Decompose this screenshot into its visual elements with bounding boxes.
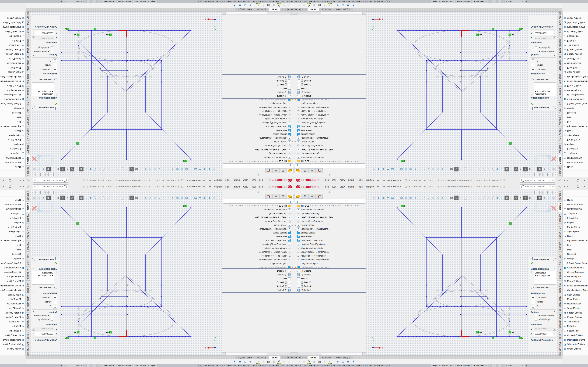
- tree-splitter-2[interactable]: [294, 74, 366, 75]
- tool-stretch-entities[interactable]: ⇉Stretch Entities: [0, 310, 25, 315]
- toolbar-icon[interactable]: ◖: [166, 196, 170, 200]
- tab-evaluate[interactable]: Evaluate: [558, 240, 562, 252]
- search-dropdown-icon[interactable]: ▾: [553, 179, 555, 181]
- toolbar-icon[interactable]: ⊙: [510, 196, 513, 200]
- toolbar-icon[interactable]: ⊟: [139, 196, 143, 200]
- tool-point[interactable]: ▪Point: [0, 248, 25, 252]
- spinner[interactable]: ▲▼: [32, 327, 35, 331]
- expand-icon[interactable]: ▸: [294, 224, 297, 226]
- display-icon[interactable]: ⇅: [322, 360, 327, 364]
- tool-3-point-center-recta[interactable]: ▭3 Point Center Recta…: [0, 101, 25, 106]
- tool-corner-rectangle[interactable]: ▭Corner Rectangle: [0, 270, 25, 275]
- toolbar-icon[interactable]: ↻: [454, 167, 458, 171]
- toolbar-icon[interactable]: ◑: [42, 196, 46, 200]
- tool-style-spline[interactable]: ∿Style Spline: [563, 229, 588, 234]
- additional-parameters-section[interactable]: Additional Parameters⌄: [529, 25, 557, 29]
- option-infinite-length[interactable]: Infinite length: [31, 317, 59, 321]
- spinner[interactable]: ▲▼: [32, 36, 35, 40]
- tree-item-sensors[interactable]: ◎○Sensors○◦○Sensors○: [294, 219, 366, 223]
- tool-circular-sketch-pattern[interactable]: ✳Circular Sketch Pattern: [563, 75, 588, 79]
- toolbar-icon[interactable]: ◎: [514, 167, 518, 171]
- toolbar-icon[interactable]: ✱: [46, 196, 51, 200]
- toolbar-icon[interactable]: ◌: [459, 196, 463, 200]
- tool-trim-entities[interactable]: ✂Trim Entities: [563, 43, 588, 48]
- expand-icon[interactable]: ▸: [291, 153, 294, 154]
- toolbar-icon[interactable]: ●: [413, 167, 417, 171]
- tree-item-right-plane[interactable]: ▱○Right Plane○◦○Right Plane○: [294, 258, 366, 262]
- menu-tools[interactable]: Tools: [356, 179, 364, 182]
- toolbar-icon[interactable]: ▨: [175, 196, 179, 200]
- toolbar-icon[interactable]: ◎: [37, 167, 41, 171]
- pin-icon[interactable]: ⚑: [377, 185, 379, 188]
- tab-evaluate[interactable]: Evaluate: [26, 240, 30, 252]
- status-corner-icon[interactable]: ⊛: [61, 0, 62, 3]
- display-icon[interactable]: ▣: [346, 360, 350, 364]
- floating-feature-toolbar[interactable]: ▤◧◨⬒⬓◫▧▥▨●◖◗↧⊞✎◙⊟▨↻◌◯⌖≡◊╱∠╱✚⌐◉⊙◎◐↑⊞◔✱◑◎◫: [372, 167, 556, 171]
- tab-surfaces[interactable]: Surfaces: [558, 143, 562, 155]
- tab-nav-icon[interactable]: ▶|: [304, 356, 307, 359]
- tree-item-origin[interactable]: ∟○Origin○◦○Origin○: [222, 262, 294, 266]
- expand-icon[interactable]: ▸: [294, 213, 297, 215]
- relations-listbox[interactable]: Collinear108Equal length109: [32, 271, 54, 284]
- tool-fit-spline[interactable]: ≈Fit Spline: [563, 324, 588, 329]
- tool-partial-ellipse[interactable]: ◖Partial Ellipse: [563, 225, 588, 229]
- tool-perimeter-circle[interactable]: ◯Perimeter Circle: [563, 160, 588, 165]
- tool-3-point-arc[interactable]: ◜3 Point Arc: [0, 147, 25, 151]
- expand-icon[interactable]: ▸: [294, 99, 297, 101]
- menu-window[interactable]: Window: [212, 185, 224, 189]
- configurationmanager-tab[interactable]: ⊕: [272, 194, 279, 199]
- toolbar-icon[interactable]: ◉: [504, 167, 509, 171]
- tree-item-material-not-specified[interactable]: ≡Material <not specified>: [222, 117, 294, 121]
- relation-entry[interactable]: Collinear108: [535, 93, 555, 96]
- pm-help-icon[interactable]: ?: [32, 106, 35, 109]
- tool-polygon[interactable]: ◇Polygon: [563, 256, 588, 261]
- tool-fit-spline[interactable]: ≈Fit Spline: [563, 38, 588, 43]
- quick-access-toolbar[interactable]: ⊙Ж⊙Ш⊙⊙⊙+⊙ƆC⊙Ж⊙+⊙25⊙◦⊙Ж⊙+⊙ ◯⊙Ж⊙Ш⊙⊙⊙+⊙ƆC⊙Ж…: [83, 179, 183, 181]
- status-corner-icon[interactable]: ⊛: [526, 0, 527, 3]
- tab-mesh-modeling[interactable]: Mesh Modeling: [26, 295, 30, 312]
- tree-item-design-binder[interactable]: ▸▤Design Binder: [222, 140, 294, 144]
- existing-relations-section[interactable]: Existing Relations⌃: [529, 267, 557, 271]
- menu-view[interactable]: View: [242, 185, 250, 189]
- tool-parallelogram[interactable]: ▱Parallelogram: [0, 88, 25, 93]
- option-for-construction[interactable]: For construction: [31, 314, 59, 317]
- tool-style-spline[interactable]: ∿Style Spline: [563, 133, 588, 138]
- toolbar-icon[interactable]: ◫: [395, 196, 399, 200]
- child-window-button[interactable]: ×: [31, 191, 34, 194]
- toolbar-icon[interactable]: ▨: [409, 196, 413, 200]
- tree-item-surface-bodies[interactable]: ≈Surface Bodies: [294, 132, 366, 136]
- toolbar-icon[interactable]: ◎: [547, 196, 551, 200]
- toolbar-icon[interactable]: ▨: [175, 167, 179, 171]
- panel-expand-arrow[interactable]: ›: [225, 170, 225, 173]
- tab-model[interactable]: Model: [308, 8, 319, 11]
- tool-sketch-fillet[interactable]: ◟Sketch Fillet: [0, 329, 25, 333]
- tool-silhouette-entities[interactable]: ◪Silhouette Entities: [0, 342, 25, 347]
- status-custom-dropdown[interactable]: Custom▴: [505, 364, 525, 367]
- horizontal-icon[interactable]: —: [53, 295, 57, 299]
- tool-mirror-entities[interactable]: ⊞Mirror Entities: [0, 83, 25, 88]
- additional-parameters-section[interactable]: Additional Parameters⌄: [31, 25, 59, 29]
- tool-fit-spline[interactable]: ≈Fit Spline: [0, 38, 25, 43]
- scroll-thumb[interactable]: [298, 12, 321, 14]
- toolbar-icon[interactable]: ⬒: [386, 167, 390, 171]
- displaymanager-tab[interactable]: [265, 194, 272, 199]
- search-input[interactable]: Search CAD Models ▾: [33, 178, 68, 183]
- tab-sheet-metal[interactable]: Sheet Metal: [558, 252, 562, 267]
- tree-item-solid-bodies[interactable]: ●Solid Bodies: [222, 128, 294, 132]
- tree-item-solid-bodies[interactable]: ●Solid Bodies: [294, 235, 366, 239]
- tree-item-design-binder[interactable]: ▸▤Design Binder: [294, 223, 366, 227]
- toolbar-icon[interactable]: ✱: [537, 196, 542, 200]
- horizontal-icon[interactable]: —: [53, 68, 57, 72]
- toolbar-icon[interactable]: ◙: [441, 167, 444, 171]
- tool-partial-ellipse[interactable]: ◖Partial Ellipse: [563, 138, 588, 142]
- tool-move-entities[interactable]: ✛Move Entities: [0, 297, 25, 302]
- tree-hscrollbar[interactable]: ◀ ▶: [222, 12, 294, 15]
- restore-button[interactable]: [8, 179, 12, 183]
- display-icon[interactable]: ⧉: [296, 360, 301, 364]
- toolbar-icon[interactable]: ◧: [377, 196, 381, 200]
- toolbar-icon[interactable]: ⬓: [390, 167, 394, 171]
- tree-item-sketch6[interactable]: (-) Sketch6: [222, 75, 294, 79]
- search-icon[interactable]: [548, 178, 553, 182]
- tree-filter-input[interactable]: [223, 163, 293, 168]
- toolbar-icon[interactable]: ▨: [450, 167, 454, 171]
